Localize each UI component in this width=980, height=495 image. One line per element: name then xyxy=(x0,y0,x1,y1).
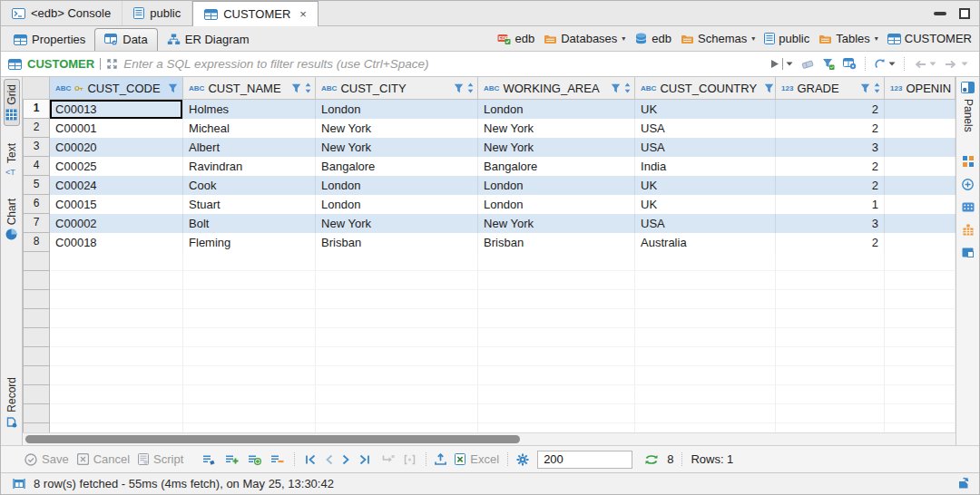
row-number[interactable]: 8 xyxy=(23,233,50,252)
cell-cust_city[interactable]: London xyxy=(316,176,478,195)
view-tab-text[interactable]: Text<T xyxy=(5,139,19,181)
cell-cust_name[interactable]: Ravindran xyxy=(183,157,316,176)
references-panel-icon[interactable] xyxy=(962,248,974,257)
breadcrumb-item-schemas[interactable]: Schemas▾ xyxy=(681,32,755,45)
cell-working_area[interactable]: London xyxy=(478,195,635,214)
cell-cust_code[interactable]: C00024 xyxy=(50,176,183,195)
grouping-panel-icon[interactable] xyxy=(963,224,974,236)
auto-refresh-icon[interactable] xyxy=(644,454,659,465)
cell-cust_country[interactable]: USA xyxy=(635,119,776,138)
first-row-icon[interactable] xyxy=(305,454,316,465)
cell-cust_country[interactable]: USA xyxy=(635,214,776,233)
cell-grade[interactable]: 3 xyxy=(776,138,885,157)
editor-tab-customer[interactable]: CUSTOMER× xyxy=(192,1,318,26)
cell-cust_country[interactable]: India xyxy=(635,157,776,176)
row-number[interactable] xyxy=(23,290,50,309)
fetch-size-input[interactable] xyxy=(537,451,632,469)
previous-row-icon[interactable] xyxy=(325,454,333,465)
chevron-down-icon[interactable]: ▾ xyxy=(622,34,625,43)
row-number[interactable] xyxy=(23,347,50,366)
cell-cust_country[interactable]: UK xyxy=(635,195,776,214)
forward-dropdown-icon[interactable] xyxy=(961,62,968,66)
cell-cust_name[interactable]: Cook xyxy=(183,176,316,195)
expand-icon[interactable] xyxy=(106,58,118,70)
row-number[interactable] xyxy=(23,385,50,404)
metadata-panel-icon[interactable] xyxy=(962,179,974,190)
row-number[interactable] xyxy=(23,366,50,385)
save-filter-icon[interactable] xyxy=(822,58,835,70)
cell-cust_city[interactable]: London xyxy=(316,195,478,214)
cell-cust_city[interactable]: London xyxy=(316,100,478,119)
sql-filter-input[interactable] xyxy=(123,57,765,71)
cell-cust_code[interactable]: C00015 xyxy=(50,195,183,214)
column-header-cust_name[interactable]: ABCCUST_NAME xyxy=(183,77,316,99)
row-number[interactable] xyxy=(23,271,50,290)
chevron-down-icon[interactable]: ▾ xyxy=(751,34,755,43)
row-number[interactable]: 6 xyxy=(23,195,50,214)
view-tab-record[interactable]: Record xyxy=(5,373,19,432)
cell-grade[interactable]: 2 xyxy=(776,100,885,119)
row-number[interactable]: 7 xyxy=(23,214,50,233)
cell-openin[interactable] xyxy=(885,195,956,214)
horizontal-scrollbar[interactable] xyxy=(23,432,956,445)
cell-cust_name[interactable]: Stuart xyxy=(183,195,316,214)
row-number[interactable]: 1 xyxy=(23,100,50,119)
row-number[interactable]: 2 xyxy=(23,119,50,138)
cell-openin[interactable] xyxy=(885,119,956,138)
row-number[interactable] xyxy=(23,309,50,328)
column-header-working_area[interactable]: ABCWORKING_AREA xyxy=(478,77,635,99)
view-tab-grid[interactable]: Grid xyxy=(4,79,20,126)
cell-working_area[interactable]: Bangalore xyxy=(478,157,635,176)
cell-working_area[interactable]: New York xyxy=(478,119,635,138)
excel-button[interactable]: Excel xyxy=(455,452,499,466)
tab-properties[interactable]: Properties xyxy=(5,29,94,51)
cell-openin[interactable] xyxy=(885,214,956,233)
row-number[interactable]: 5 xyxy=(23,176,50,195)
cell-cust_city[interactable]: New York xyxy=(316,119,478,138)
cell-cust_country[interactable]: UK xyxy=(635,100,776,119)
row-number[interactable] xyxy=(23,423,50,432)
cell-grade[interactable]: 1 xyxy=(776,195,885,214)
row-number[interactable] xyxy=(23,252,50,271)
cell-openin[interactable] xyxy=(885,233,956,252)
cell-cust_country[interactable]: UK xyxy=(635,176,776,195)
row-number[interactable] xyxy=(23,404,50,423)
cell-cust_country[interactable]: USA xyxy=(635,138,776,157)
apply-filter-icon[interactable] xyxy=(770,59,779,69)
filter-history-dropdown-icon[interactable] xyxy=(786,62,793,66)
cell-cust_city[interactable]: New York xyxy=(316,138,478,157)
cell-cust_city[interactable]: Brisban xyxy=(316,233,478,252)
add-row-icon[interactable] xyxy=(225,454,239,465)
value-viewer-icon[interactable] xyxy=(963,156,974,167)
next-row-icon[interactable] xyxy=(342,454,350,465)
breadcrumb-item-edb[interactable]: edb xyxy=(634,32,671,45)
cell-openin[interactable] xyxy=(885,138,956,157)
cell-working_area[interactable]: New York xyxy=(478,138,635,157)
cell-cust_city[interactable]: New York xyxy=(316,214,478,233)
row-number[interactable]: 4 xyxy=(23,157,50,176)
back-icon[interactable] xyxy=(913,60,926,69)
back-dropdown-icon[interactable] xyxy=(929,62,936,66)
column-header-cust_code[interactable]: ABCCUST_CODE xyxy=(50,77,183,99)
tab-data[interactable]: Data xyxy=(94,28,157,51)
refresh-icon[interactable] xyxy=(874,58,886,70)
cell-cust_code[interactable]: C00001 xyxy=(50,119,183,138)
minimize-icon[interactable] xyxy=(934,12,946,15)
cell-cust_code[interactable]: C00013 xyxy=(50,100,183,119)
cell-grade[interactable]: 2 xyxy=(776,157,885,176)
column-header-cust_city[interactable]: ABCCUST_CITY xyxy=(316,77,478,99)
chevron-down-icon[interactable]: ▾ xyxy=(875,34,878,43)
tab-er-diagram[interactable]: ER Diagram xyxy=(158,29,259,51)
cell-openin[interactable] xyxy=(885,157,956,176)
row-number[interactable] xyxy=(23,328,50,347)
cell-grade[interactable]: 2 xyxy=(776,233,885,252)
cell-cust_name[interactable]: Fleming xyxy=(183,233,316,252)
breadcrumb-item-tables[interactable]: Tables▾ xyxy=(818,32,878,45)
cell-grade[interactable]: 2 xyxy=(776,176,885,195)
breadcrumb-item-databases[interactable]: Databases▾ xyxy=(544,32,625,45)
settings-gear-icon[interactable] xyxy=(516,453,529,466)
cell-working_area[interactable]: London xyxy=(478,100,635,119)
editor-tab-public[interactable]: public xyxy=(122,1,192,25)
cell-cust_city[interactable]: Bangalore xyxy=(316,157,478,176)
column-header-cust_country[interactable]: ABCCUST_COUNTRY xyxy=(635,77,776,99)
